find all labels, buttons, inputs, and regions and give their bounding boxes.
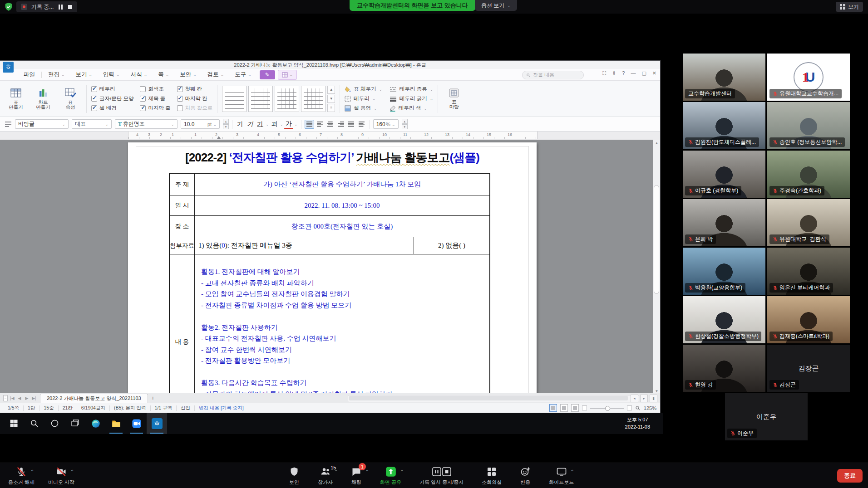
help-icon[interactable]: ? [622, 70, 625, 76]
view-options-button[interactable]: 옵션 보기 ⌄ [475, 0, 517, 11]
checkbox-마지막 칸[interactable]: 마지막 칸 [177, 95, 213, 102]
gallery-view-button[interactable]: 보기 [836, 2, 863, 12]
control-기록 일시 중지/중지[interactable]: 기록 일시 중지/중지 [419, 465, 464, 486]
checkbox-제목 줄[interactable]: 제목 줄 [140, 95, 170, 102]
checkbox-첫째 칸[interactable]: 첫째 칸 [177, 86, 213, 93]
zoom-slider-knob[interactable] [605, 406, 610, 411]
zoom-magnifier-icon[interactable] [635, 405, 641, 411]
ribbon-chart-button[interactable]: 차트 만들기 [32, 88, 54, 110]
view-mode-width-icon[interactable] [560, 404, 568, 412]
gallery-down-icon[interactable]: ▼ [327, 95, 335, 103]
menu-쪽[interactable]: 쪽⌄ [153, 69, 174, 80]
paragraph-style-select[interactable]: 바탕글⌄ [15, 119, 69, 129]
zoom-slider[interactable] [590, 408, 624, 409]
participant-tile[interactable]: 김재홍(스마트it학과) [767, 296, 850, 343]
control-반응[interactable]: 반응 [520, 465, 531, 486]
chevron-up-icon[interactable]: ⌃ [365, 469, 369, 474]
edge-app-button[interactable] [85, 413, 106, 434]
chevron-up-icon[interactable]: ⌃ [400, 469, 404, 474]
control-소회의실[interactable]: 소회의실 [482, 465, 502, 486]
participant-tile[interactable]: 현영 강 [683, 345, 765, 392]
first-tab-icon[interactable]: |◀ [9, 396, 15, 400]
document-tab[interactable]: 2022-2 가배나눔 활동보고 양식_20221103 [40, 394, 148, 403]
taskbar-search-button[interactable] [24, 413, 44, 434]
participant-tile[interactable]: 송인호 (정보통신보안학... [767, 102, 850, 149]
chevron-up-icon[interactable]: ⌃ [70, 469, 74, 474]
tool-테두리 굵기[interactable]: 테두리 굵기⌄ [390, 95, 433, 102]
control-비디오 시작[interactable]: ⌃비디오 시작 [48, 465, 74, 486]
align-justify-button[interactable] [305, 120, 314, 129]
strikethrough-button[interactable]: 과 [270, 120, 279, 129]
checkbox-회색조[interactable]: 회색조 [140, 86, 170, 93]
checkbox-처음 값으로[interactable]: 처음 값으로 [177, 105, 213, 112]
checkbox-글자/문단 모양[interactable]: 글자/문단 모양 [91, 95, 133, 102]
align-distribute-button[interactable] [346, 120, 356, 129]
tool-테두리[interactable]: 테두리⌄ [345, 95, 382, 102]
fullscreen-icon[interactable]: ⛶ [602, 70, 606, 76]
document-vertical-scrollbar[interactable]: ▲ ▼ [653, 140, 660, 395]
scroll-up-icon[interactable]: ▲ [653, 140, 660, 146]
font-color-button[interactable]: 가 [284, 119, 293, 129]
font-select[interactable]: T 휴먼명조⌄ [115, 119, 178, 129]
control-화이트보드[interactable]: ⌃화이트보드 [549, 465, 574, 486]
checkbox-마지막 줄[interactable]: 마지막 줄 [140, 105, 170, 112]
chevron-up-icon[interactable]: ⌃ [570, 469, 574, 474]
table-style-thumb[interactable] [301, 86, 326, 112]
participant-tile[interactable]: 박용환(교양융합부) [683, 248, 765, 295]
participant-tile[interactable]: 임은진 뷰티케어학과 [767, 248, 850, 295]
participant-tile[interactable]: 한상철(경찰소방행정학부) [683, 296, 765, 343]
tool-셀 음영[interactable]: 셀 음영⌄ [345, 105, 382, 112]
start-button[interactable] [4, 413, 24, 434]
zoom-out-button[interactable] [582, 405, 587, 410]
participant-tile[interactable]: 주경숙(간호학과) [767, 151, 850, 198]
underline-button[interactable]: 가 [256, 120, 265, 129]
zoom-level-select[interactable]: 160 % ⌄ [373, 119, 399, 129]
participant-tile[interactable]: 유원대학교_김환식 [767, 199, 850, 246]
gallery-up-icon[interactable]: ▲ [327, 86, 335, 94]
chevron-up-icon[interactable]: ⌃ [334, 469, 338, 474]
document-page[interactable]: [2022-2] ‘전자칠판 활용 수업하기’ 가배나눔 활동보고(샘플) 주 … [128, 142, 537, 395]
table-style-thumb[interactable] [248, 86, 273, 112]
ribbon-table-button[interactable]: 표 만들기 [5, 88, 27, 110]
indent-marker[interactable] [217, 136, 221, 139]
control-채팅[interactable]: 1⌃채팅 [351, 465, 362, 486]
last-tab-icon[interactable]: ▶| [31, 396, 37, 400]
control-참가자[interactable]: 15⌃참가자 [318, 465, 333, 486]
find-input[interactable]: 찾을 내용 [522, 71, 584, 79]
cortana-button[interactable] [44, 413, 65, 434]
italic-button[interactable]: 가 [246, 120, 255, 129]
participant-tile[interactable]: 은희 박 [683, 199, 765, 246]
file-explorer-app-button[interactable] [106, 413, 126, 434]
gallery-more-icon[interactable]: ≡ [327, 104, 335, 112]
tool-테두리 종류[interactable]: 테두리 종류⌄ [390, 86, 433, 93]
font-size-select[interactable]: 10.0 pt ⌄ [181, 119, 220, 129]
table-layout-tab[interactable]: ⌄ [278, 70, 297, 80]
new-tab-button[interactable]: + [149, 394, 157, 402]
horizontal-scrollbar[interactable] [348, 395, 639, 402]
pause-recording-button[interactable] [58, 4, 63, 10]
menu-도구[interactable]: 도구⌄ [229, 69, 257, 80]
task-view-button[interactable] [65, 413, 85, 434]
zoom-spinner[interactable]: ▲▼ [402, 119, 408, 129]
menu-검토[interactable]: 검토⌄ [202, 69, 230, 80]
scrollbar-thumb[interactable] [654, 185, 659, 294]
tool-표 채우기[interactable]: 표 채우기⌄ [345, 86, 382, 93]
stop-recording-button[interactable] [67, 4, 73, 10]
checkbox-테두리[interactable]: 테두리 [91, 86, 133, 93]
menu-편집[interactable]: 편집⌄ [43, 69, 70, 80]
table-design-tab[interactable]: ✎ [260, 70, 275, 79]
bold-button[interactable]: 가 [236, 120, 245, 129]
taskbar-clock[interactable]: 오후 5:07 2022-11-03 [625, 416, 650, 430]
view-mode-full-icon[interactable] [571, 404, 579, 412]
end-meeting-button[interactable]: 종료 [837, 469, 863, 483]
hwp-app-button[interactable]: ㅎ [147, 413, 167, 434]
participant-tile[interactable]: 이규호 (경찰학부) [683, 151, 765, 198]
table-style-thumb[interactable] [222, 86, 247, 112]
chevron-up-icon[interactable]: ⌃ [30, 469, 34, 474]
view-mode-page-icon[interactable] [549, 404, 557, 412]
prev-tab-icon[interactable]: ◀ [16, 396, 23, 400]
hscroll-left-icon[interactable]: ◂ [631, 395, 638, 402]
menu-입력[interactable]: 입력⌄ [98, 69, 125, 80]
style-set-select[interactable]: 대표⌄ [72, 119, 112, 129]
participant-tile[interactable]: 김장곤김장곤 [767, 345, 850, 392]
